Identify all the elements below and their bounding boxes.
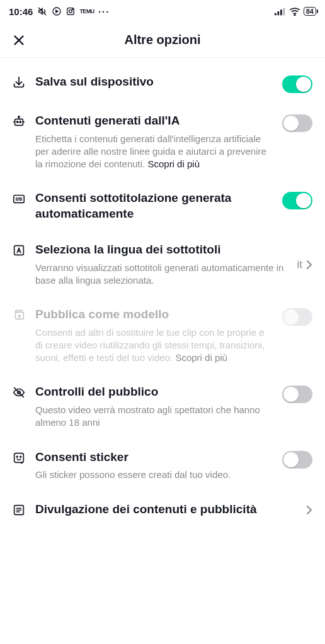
wifi-icon: [289, 7, 300, 16]
save-toggle[interactable]: [282, 75, 312, 93]
template-toggle: [282, 308, 312, 326]
row-title: Contenuti generati dall'IA: [35, 113, 273, 129]
row-title: Salva sul dispositivo: [35, 74, 273, 90]
row-desc: Gli sticker possono essere creati dal tu…: [35, 469, 273, 481]
row-caption-language[interactable]: Seleziona la lingua dei sottotitoli Verr…: [0, 232, 325, 297]
svg-rect-7: [280, 9, 282, 15]
svg-point-23: [20, 456, 21, 457]
svg-rect-16: [14, 196, 25, 203]
status-time: 10:46: [9, 6, 33, 17]
svg-rect-21: [14, 453, 24, 462]
learn-more-link[interactable]: Scopri di più: [147, 158, 200, 169]
svg-rect-5: [275, 13, 277, 16]
mute-icon: [37, 6, 48, 17]
row-content-disclosure[interactable]: Divulgazione dei contenuti e pubblicità: [0, 492, 325, 528]
row-publish-template: Pubblica come modello Consenti ad altri …: [0, 297, 325, 374]
row-title: Consenti sottotitolazione generata autom…: [35, 191, 273, 221]
battery-icon: 84: [304, 7, 316, 16]
svg-rect-17: [14, 245, 24, 255]
row-title: Consenti sticker: [35, 450, 273, 465]
language-value: it: [297, 258, 303, 271]
svg-point-22: [16, 456, 18, 457]
circle-play-icon: [52, 6, 62, 16]
svg-point-9: [294, 14, 295, 16]
svg-point-3: [69, 10, 72, 13]
header: Altre opzioni: [0, 23, 325, 58]
svg-rect-6: [277, 11, 279, 15]
instagram-icon: [66, 6, 76, 16]
svg-point-4: [72, 9, 73, 9]
more-dots-icon: ···: [98, 6, 110, 17]
row-title: Pubblica come modello: [35, 307, 273, 323]
language-icon: [11, 242, 26, 257]
ai-content-toggle[interactable]: [282, 114, 312, 132]
template-icon: [11, 307, 26, 322]
app-badge-icon: TEMU: [79, 8, 94, 14]
captions-icon: [11, 191, 26, 206]
options-list: Salva sul dispositivo Contenuti generati…: [0, 58, 325, 527]
row-title: Controlli del pubblico: [35, 384, 273, 400]
row-title: Divulgazione dei contenuti e pubblicità: [35, 502, 297, 518]
robot-icon: [11, 113, 26, 128]
page-title: Altre opzioni: [0, 33, 325, 47]
chevron-right-icon: [306, 505, 312, 515]
row-ai-content: Contenuti generati dall'IA Etichetta i c…: [0, 103, 325, 180]
audience-toggle[interactable]: [282, 386, 312, 403]
row-save-device: Salva sul dispositivo: [0, 64, 325, 103]
row-desc: Etichetta i contenuti generati dall'inte…: [35, 133, 273, 171]
row-desc: Verranno visualizzati sottotitoli genera…: [35, 262, 288, 287]
chevron-right-icon: [306, 260, 312, 270]
row-auto-captions: Consenti sottotitolazione generata autom…: [0, 180, 325, 231]
signal-icon: [275, 7, 286, 16]
row-desc: Questo video verrà mostrato agli spettat…: [35, 404, 273, 430]
row-desc: Consenti ad altri di sostituire le tue c…: [35, 326, 273, 365]
download-icon: [11, 74, 26, 89]
sticker-toggle[interactable]: [282, 451, 312, 469]
svg-rect-12: [15, 119, 23, 125]
svg-point-13: [17, 121, 18, 123]
row-audience-controls: Controlli del pubblico Questo video verr…: [0, 374, 325, 439]
row-title: Seleziona la lingua dei sottotitoli: [35, 242, 288, 258]
svg-point-14: [20, 121, 21, 123]
auto-captions-toggle[interactable]: [282, 192, 312, 209]
eye-off-icon: [11, 384, 26, 399]
disclosure-icon: [11, 502, 26, 517]
svg-rect-8: [283, 8, 285, 16]
close-button[interactable]: [11, 33, 26, 48]
status-bar: 10:46 TEMU ··· 84: [0, 0, 325, 23]
row-allow-sticker: Consenti sticker Gli sticker possono ess…: [0, 440, 325, 492]
svg-point-15: [18, 116, 20, 118]
sticker-icon: [11, 450, 26, 465]
learn-more-link[interactable]: Scopri di più: [175, 352, 227, 363]
